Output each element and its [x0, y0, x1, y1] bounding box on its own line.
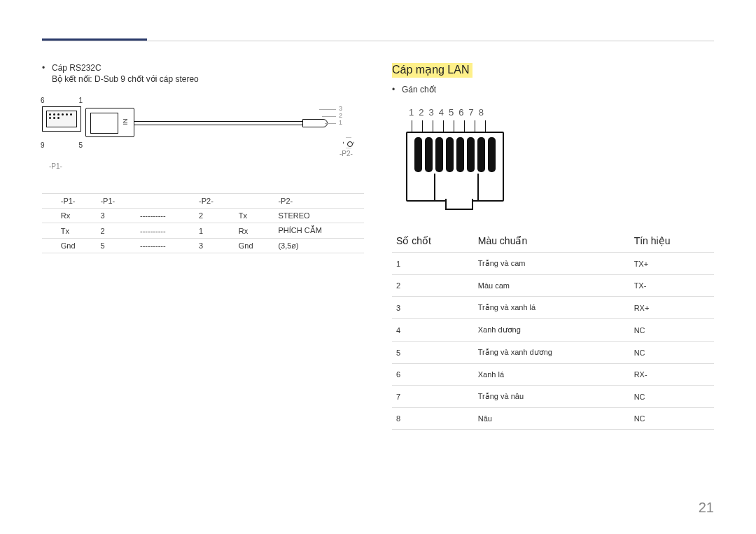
page-number: 21	[699, 500, 714, 516]
dsub-connector: 6 1 9 5	[42, 98, 81, 140]
connection-description: Bộ kết nối: D-Sub 9 chốt với cáp stereo	[42, 74, 364, 84]
lead-line-3	[319, 109, 336, 110]
table-row: 7Trắng và nâuNC	[392, 386, 714, 408]
lead-line-1	[325, 123, 336, 124]
left-column: Cáp RS232C Bộ kết nối: D-Sub 9 chốt với …	[42, 63, 364, 253]
stereo-jack	[302, 119, 328, 127]
lan-header-pin: Số chốt	[392, 230, 474, 253]
pin-5-label: 5	[78, 141, 83, 149]
cable-connector: IN	[85, 108, 134, 137]
rj45-pin-numbers: 1 2 3 4 5 6 7 8	[406, 107, 518, 118]
row-label-1	[42, 209, 57, 223]
table-row: 2Màu camTX-	[392, 275, 714, 297]
hex-nut-icon	[343, 137, 354, 148]
right-column: Cáp mạng LAN Gán chốt 1 2 3 4 5 6 7 8 Số…	[392, 63, 714, 430]
row-label-2	[42, 223, 57, 239]
rs-header-p2b: -P2-	[274, 194, 364, 209]
lead-1: 1	[339, 119, 342, 127]
lan-section-title: Cáp mạng LAN	[392, 63, 714, 78]
rs-header-p1a: -P1-	[57, 194, 97, 209]
table-row: 1Trắng và camTX+	[392, 253, 714, 275]
lan-title-text: Cáp mạng LAN	[392, 63, 472, 78]
in-label: IN	[122, 119, 129, 125]
pin-9-label: 9	[41, 141, 45, 149]
table-row: 4Xanh dươngNC	[392, 319, 714, 342]
rs232c-cable-diagram: 6 1 9 5 -P1- IN 3 2 1	[42, 98, 364, 189]
bullet-pin-assignment: Gán chốt	[392, 85, 714, 94]
rs-header-p2a: -P2-	[195, 194, 234, 209]
bullet-rs232c: Cáp RS232C	[42, 63, 364, 73]
rj45-connector	[406, 132, 504, 202]
p2-diagram-label: -P2-	[340, 150, 353, 157]
table-row: 3Trắng và xanh láRX+	[392, 297, 714, 319]
rs232c-pinout-table: -P1- -P1- -P2- -P2- Rx 3 ---------- 2 Tx…	[42, 193, 364, 253]
rj45-diagram: 1 2 3 4 5 6 7 8	[406, 107, 518, 202]
lead-line-2	[322, 116, 336, 117]
rs-header-p1b: -P1-	[96, 194, 136, 209]
table-row: 5Trắng và xanh dươngNC	[392, 342, 714, 364]
table-row: Rx 3 ---------- 2 Tx STEREO	[42, 209, 364, 223]
lan-header-color: Màu chuẩn	[474, 230, 630, 253]
lan-pinout-table: Số chốt Màu chuẩn Tín hiệu 1Trắng và cam…	[392, 230, 714, 430]
cable-line	[134, 121, 302, 125]
table-row: Tx 2 ---------- 1 Rx PHÍCH CẮM	[42, 223, 364, 239]
table-row: 6Xanh láRX-	[392, 364, 714, 386]
table-row: Gnd 5 ---------- 3 Gnd (3,5ø)	[42, 239, 364, 253]
lan-header-signal: Tín hiệu	[630, 230, 714, 253]
p1-diagram-label: -P1-	[49, 162, 62, 170]
header-rule	[42, 41, 714, 41]
table-row: 8NâuNC	[392, 408, 714, 430]
